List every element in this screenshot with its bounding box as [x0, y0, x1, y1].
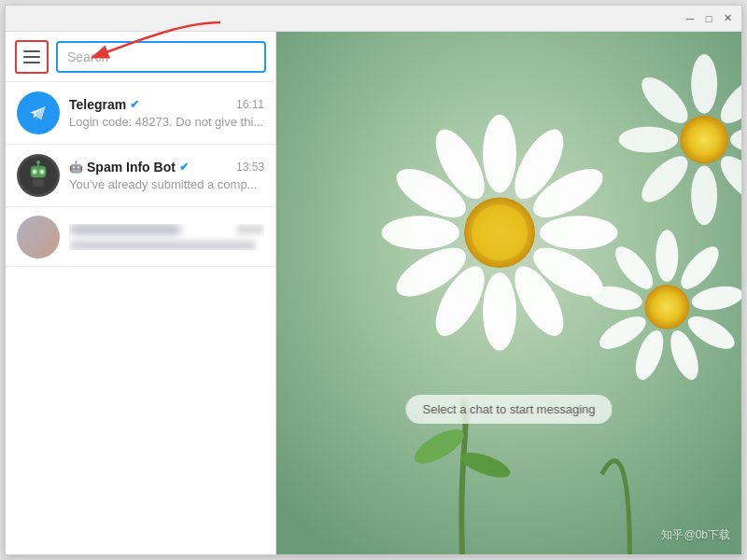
app-window: ─ □ ✕ — [5, 5, 742, 555]
daisy-illustration — [276, 32, 741, 554]
chat-time-spambot: 13:53 — [236, 161, 264, 174]
svg-point-15 — [483, 115, 516, 193]
chat-item-telegram[interactable]: Telegram ✔ 16:11 Login code: 48273. Do n… — [6, 82, 275, 145]
chat-name-row-blurred — [69, 224, 264, 235]
minimize-button[interactable]: ─ — [682, 10, 698, 27]
chat-item-spambot[interactable]: 🤖 Spam Info Bot ✔ 13:53 You've already s… — [6, 145, 275, 207]
background: Select a chat to start messaging 知乎@0b下载 — [276, 32, 741, 554]
verified-badge-spambot: ✔ — [179, 161, 189, 174]
sidebar-header — [6, 32, 275, 82]
search-input[interactable] — [56, 41, 266, 73]
svg-point-29 — [655, 230, 678, 282]
svg-point-39 — [691, 54, 717, 114]
svg-point-7 — [41, 171, 44, 174]
svg-point-21 — [483, 273, 516, 351]
maximize-button[interactable]: □ — [700, 10, 717, 27]
svg-point-10 — [36, 161, 40, 164]
blurred-time — [236, 225, 264, 234]
chat-time-telegram: 16:11 — [236, 98, 264, 111]
main-area: Select a chat to start messaging 知乎@0b下载 — [276, 32, 741, 554]
svg-point-43 — [691, 166, 717, 226]
hamburger-line-1 — [23, 50, 40, 52]
chat-info-telegram: Telegram ✔ 16:11 Login code: 48273. Do n… — [69, 97, 264, 129]
hamburger-line-3 — [23, 62, 40, 63]
close-button[interactable]: ✕ — [719, 10, 736, 27]
app-body: Telegram ✔ 16:11 Login code: 48273. Do n… — [6, 32, 741, 554]
svg-point-45 — [619, 127, 679, 153]
select-chat-message: Select a chat to start messaging — [406, 395, 613, 424]
verified-badge-telegram: ✔ — [130, 98, 139, 111]
avatar-telegram — [17, 91, 60, 134]
svg-rect-11 — [33, 179, 44, 187]
blurred-preview — [69, 241, 256, 250]
svg-point-18 — [540, 216, 618, 249]
menu-button[interactable] — [15, 40, 49, 74]
chat-list: Telegram ✔ 16:11 Login code: 48273. Do n… — [6, 82, 275, 554]
sidebar: Telegram ✔ 16:11 Login code: 48273. Do n… — [6, 32, 276, 554]
hamburger-line-2 — [23, 56, 40, 58]
chat-name-spambot: 🤖 Spam Info Bot ✔ — [69, 160, 189, 175]
watermark: 知乎@0b下载 — [661, 527, 730, 543]
chat-info-blurred — [69, 224, 264, 250]
chat-name-telegram: Telegram ✔ — [69, 97, 139, 112]
blurred-name — [69, 224, 181, 235]
chat-preview-spambot: You've already submitted a comp... — [69, 177, 264, 191]
svg-point-47 — [680, 116, 728, 164]
chat-info-spambot: 🤖 Spam Info Bot ✔ 13:53 You've already s… — [69, 160, 264, 191]
svg-point-28 — [472, 204, 528, 260]
chat-item-blurred[interactable] — [6, 207, 275, 267]
title-bar: ─ □ ✕ — [6, 6, 741, 32]
chat-name-row-telegram: Telegram ✔ 16:11 — [69, 97, 264, 112]
chat-preview-telegram: Login code: 48273. Do not give thi... — [69, 115, 264, 129]
chat-name-row-spambot: 🤖 Spam Info Bot ✔ 13:53 — [69, 160, 264, 175]
svg-point-24 — [382, 216, 460, 249]
svg-point-6 — [34, 171, 36, 174]
svg-rect-8 — [34, 175, 43, 177]
svg-point-38 — [644, 285, 689, 329]
avatar-blurred — [17, 216, 60, 259]
avatar-spambot — [17, 154, 60, 197]
